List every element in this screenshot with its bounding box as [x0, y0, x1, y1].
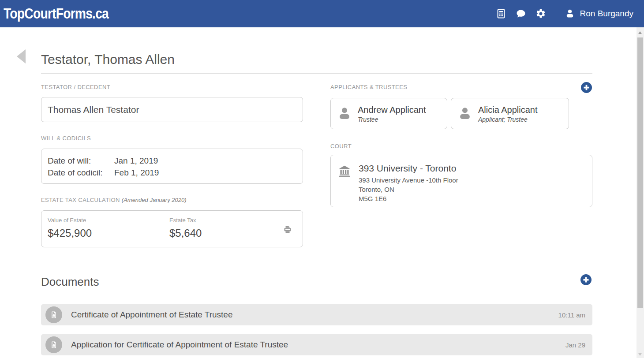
header-actions: Ron Burgandy	[487, 8, 633, 19]
page-title: Testator, Thomas Allen	[41, 52, 592, 67]
applicant-role: Applicant; Trustee	[478, 116, 538, 123]
document-timestamp: Jan 29	[565, 341, 585, 349]
estate-tax-section-label: ESTATE TAX CALCULATION (Amended January …	[41, 197, 187, 203]
court-address-line2: Toronto, ON	[359, 185, 458, 194]
will-date-value: Jan 1, 2019	[114, 155, 158, 167]
scrollbar-thumb[interactable]	[637, 37, 643, 308]
estate-tax-card[interactable]: Value of Estate $425,900 Estate Tax $5,6…	[41, 210, 303, 247]
estate-tax-amount: $5,640	[169, 227, 202, 239]
document-row-certificate[interactable]: Certificate of Appointment of Estate Tru…	[41, 304, 592, 325]
document-icon	[45, 336, 62, 353]
applicant-name: Alicia Applicant	[478, 104, 538, 115]
chat-icon[interactable]	[516, 8, 526, 19]
gear-icon[interactable]	[535, 8, 546, 19]
add-applicant-button[interactable]	[581, 82, 592, 93]
court-address-line1: 393 University Avenue -10th Floor	[359, 175, 458, 185]
court-address: 393 University Avenue -10th Floor Toront…	[359, 175, 458, 203]
applicants-section-label: APPLICANTS & TRUSTEES	[330, 84, 407, 90]
court-section-label: COURT	[330, 143, 352, 149]
value-of-estate-block: Value of Estate $425,900	[48, 217, 92, 239]
codicil-date-row: Date of codicil: Feb 1, 2019	[48, 167, 303, 179]
applicant-name: Andrew Applicant	[358, 104, 426, 115]
estate-tax-block: Estate Tax $5,640	[169, 217, 202, 239]
person-icon	[337, 106, 352, 122]
documents-title: Documents	[41, 275, 592, 289]
value-of-estate-amount: $425,900	[48, 227, 92, 239]
will-date-row: Date of will: Jan 1, 2019	[48, 155, 303, 167]
vertical-scrollbar[interactable]	[637, 27, 644, 358]
codicil-date-label: Date of codicil:	[48, 167, 114, 179]
testator-section-label: TESTATOR / DECEDENT	[41, 84, 110, 90]
court-text: 393 University - Toronto 393 University …	[359, 163, 458, 207]
document-row-application[interactable]: Application for Certificate of Appointme…	[41, 334, 592, 355]
applicant-card-andrew[interactable]: Andrew Applicant Trustee	[330, 98, 447, 129]
back-button[interactable]	[17, 49, 26, 63]
will-section-label: WILL & CODICILS	[41, 135, 91, 142]
court-name: 393 University - Toronto	[359, 163, 458, 174]
applicant-text: Alicia Applicant Applicant; Trustee	[478, 104, 538, 123]
testator-name-value: Thomas Allen Testator	[48, 104, 139, 115]
applicant-card-alicia[interactable]: Alicia Applicant Applicant; Trustee	[451, 98, 569, 129]
user-menu[interactable]: Ron Burgandy	[565, 8, 633, 19]
codicil-date-value: Feb 1, 2019	[114, 167, 159, 179]
calculator-icon[interactable]	[496, 8, 506, 19]
person-icon	[457, 106, 473, 122]
applicant-text: Andrew Applicant Trustee	[358, 104, 426, 123]
document-timestamp: 10:11 am	[558, 311, 585, 319]
document-name: Application for Certificate of Appointme…	[71, 340, 565, 350]
testator-name-field[interactable]: Thomas Allen Testator	[41, 97, 303, 122]
add-document-button[interactable]	[580, 274, 592, 285]
will-codicils-card[interactable]: Date of will: Jan 1, 2019 Date of codici…	[41, 149, 303, 184]
estate-tax-label: Estate Tax	[169, 217, 202, 224]
court-address-line3: M5G 1E6	[359, 194, 458, 203]
print-icon[interactable]	[282, 224, 293, 235]
user-name: Ron Burgandy	[580, 9, 633, 19]
will-date-label: Date of will:	[48, 155, 114, 167]
court-card[interactable]: 393 University - Toronto 393 University …	[330, 155, 592, 207]
user-icon	[565, 8, 575, 19]
scroll-up-arrow-icon[interactable]	[638, 31, 642, 34]
brand-logo[interactable]: TopCourtForms.ca	[4, 5, 109, 22]
page-title-underline: Testator, Thomas Allen	[41, 52, 592, 74]
document-name: Certificate of Appointment of Estate Tru…	[71, 310, 558, 320]
estate-tax-amended-note: (Amended January 2020)	[122, 197, 187, 203]
scroll-down-arrow-icon[interactable]	[638, 353, 642, 356]
estate-tax-label-text: ESTATE TAX CALCULATION	[41, 197, 120, 203]
documents-title-underline: Documents	[41, 275, 592, 293]
document-icon	[45, 306, 62, 323]
courthouse-icon	[338, 164, 351, 178]
applicant-role: Trustee	[358, 116, 426, 123]
app-header: TopCourtForms.ca	[0, 0, 644, 27]
value-of-estate-label: Value of Estate	[48, 217, 92, 224]
